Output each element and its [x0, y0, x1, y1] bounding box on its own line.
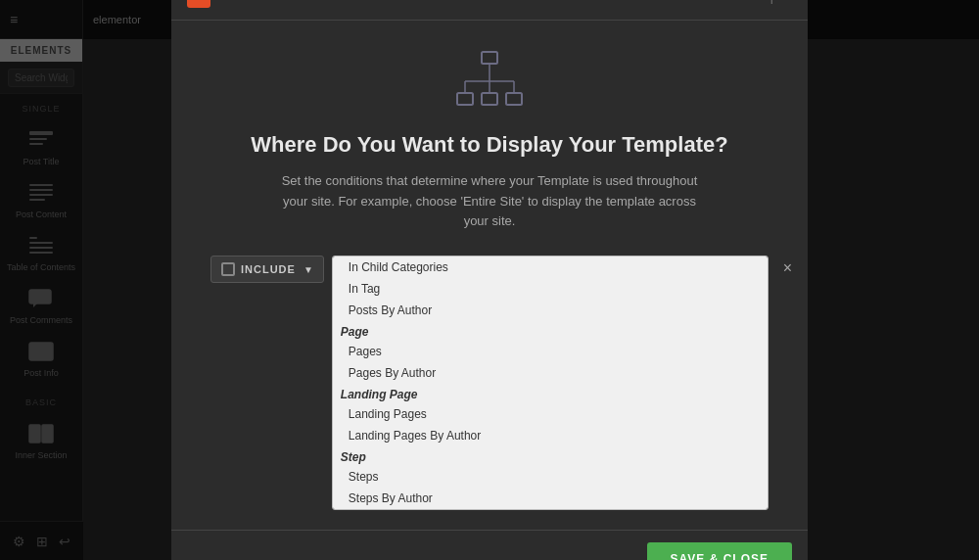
- dropdown-category-media: Media: [333, 509, 768, 510]
- dropdown-item-steps[interactable]: Steps: [333, 466, 768, 488]
- dropdown-category-landing-page: Landing Page: [333, 384, 768, 403]
- svg-rect-22: [482, 93, 497, 105]
- dropdown-container: In Child Categories In Tag Posts By Auth…: [332, 256, 769, 510]
- dropdown-item-landing-pages[interactable]: Landing Pages: [333, 403, 768, 425]
- modal-close-button[interactable]: ×: [781, 0, 792, 5]
- dropdown-close-button[interactable]: ×: [783, 259, 792, 277]
- dropdown-item-pages-by-author[interactable]: Pages By Author: [333, 362, 768, 384]
- dropdown-item-in-child-categories[interactable]: In Child Categories: [333, 257, 768, 278]
- template-icon-large: [455, 50, 524, 113]
- elementor-icon: E: [187, 0, 210, 8]
- dropdown-category-step: Step: [333, 446, 768, 466]
- save-close-button[interactable]: SAVE & CLOSE: [647, 542, 792, 560]
- include-button[interactable]: INCLUDE ▼: [210, 256, 324, 283]
- svg-rect-21: [457, 93, 473, 105]
- dropdown-item-pages[interactable]: Pages: [333, 341, 768, 362]
- dropdown-item-posts-by-author[interactable]: Posts By Author: [333, 300, 768, 321]
- dropdown-item-in-tag[interactable]: In Tag: [333, 278, 768, 300]
- svg-rect-23: [506, 93, 522, 105]
- dropdown-item-landing-pages-by-author[interactable]: Landing Pages By Author: [333, 425, 768, 446]
- dropdown-menu[interactable]: In Child Categories In Tag Posts By Auth…: [332, 256, 769, 510]
- svg-rect-20: [482, 52, 497, 64]
- modal-title: PUBLISH SETTINGS: [218, 0, 762, 3]
- include-label: INCLUDE: [241, 263, 296, 275]
- dropdown-item-steps-by-author[interactable]: Steps By Author: [333, 488, 768, 509]
- modal-footer: SAVE & CLOSE: [171, 530, 808, 560]
- dropdown-category-page: Page: [333, 321, 768, 341]
- modal-description: Set the conditions that determine where …: [269, 171, 710, 232]
- publish-settings-modal: E PUBLISH SETTINGS | ×: [171, 0, 808, 560]
- include-row: INCLUDE ▼ In Child Categories In Tag Pos…: [210, 256, 769, 510]
- modal-header: E PUBLISH SETTINGS | ×: [171, 0, 808, 21]
- include-dropdown-arrow: ▼: [303, 264, 313, 275]
- header-divider: |: [769, 0, 773, 5]
- modal-overlay: E PUBLISH SETTINGS | ×: [0, 0, 979, 560]
- include-checkbox[interactable]: [221, 262, 235, 276]
- modal-body: Where Do You Want to Display Your Templa…: [171, 21, 808, 530]
- modal-heading: Where Do You Want to Display Your Templa…: [251, 132, 727, 158]
